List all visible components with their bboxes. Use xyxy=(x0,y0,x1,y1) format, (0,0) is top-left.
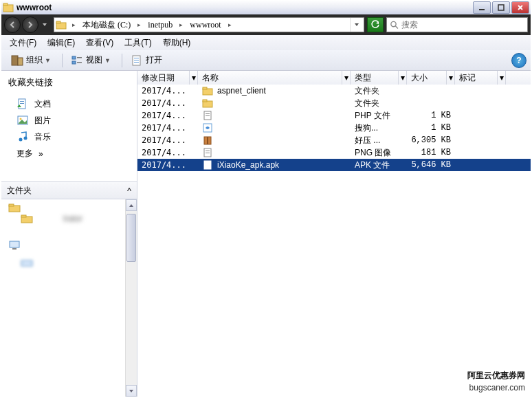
search-icon xyxy=(390,20,399,30)
cell-size: 181 KB xyxy=(407,148,455,157)
cell-date: 2017/4... xyxy=(137,123,198,133)
favorites-title: 收藏夹链接 xyxy=(8,76,130,89)
organize-button[interactable]: 组织▼ xyxy=(7,53,55,68)
cell-name: aspnet_client xyxy=(198,86,351,96)
svg-rect-5 xyxy=(56,21,60,23)
cell-type: 文件夹 xyxy=(351,98,407,109)
breadcrumb-segment[interactable]: inetpub xyxy=(144,18,177,32)
sidebar-item-pictures[interactable]: 图片 xyxy=(8,112,130,129)
cell-type: PNG 图像 xyxy=(351,147,407,159)
svg-rect-19 xyxy=(20,103,24,104)
minimize-button[interactable] xyxy=(473,1,491,14)
menu-help[interactable]: 帮助(H) xyxy=(157,36,197,50)
svg-point-22 xyxy=(19,138,23,142)
help-button[interactable]: ? xyxy=(511,53,527,68)
file-row[interactable]: 2017/4...搜狗...1 KB xyxy=(137,122,531,134)
cell-date: 2017/4... xyxy=(137,86,198,96)
svg-rect-27 xyxy=(21,215,26,217)
cell-date: 2017/4... xyxy=(137,135,198,145)
svg-rect-10 xyxy=(72,61,76,64)
chevron-icon[interactable]: ▸ xyxy=(69,21,78,28)
explorer-window: wwwroot ▸ 本地磁盘 (C:) ▸ inetpub ▸ wwwroot … xyxy=(0,0,532,398)
search-input[interactable] xyxy=(401,20,524,30)
favorites-section: 收藏夹链接 文档 图片 音乐 更多 » xyxy=(1,71,137,168)
column-tag[interactable]: 标记▾ xyxy=(455,71,506,85)
chevron-icon[interactable]: ▸ xyxy=(225,21,234,28)
svg-rect-7 xyxy=(12,56,18,65)
menu-tools[interactable]: 工具(T) xyxy=(119,36,157,50)
back-button[interactable] xyxy=(4,16,21,33)
chevron-down-icon[interactable]: ▾ xyxy=(342,71,350,85)
column-date[interactable]: 修改日期▾ xyxy=(137,71,198,85)
close-button[interactable] xyxy=(511,1,529,14)
history-dropdown[interactable] xyxy=(40,17,49,32)
breadcrumb-segment[interactable]: wwwroot xyxy=(186,18,225,32)
scrollbar-vertical[interactable] xyxy=(125,199,137,397)
search-box[interactable] xyxy=(386,17,528,32)
address-bar[interactable]: ▸ 本地磁盘 (C:) ▸ inetpub ▸ wwwroot ▸ xyxy=(54,17,364,32)
chevron-down-icon[interactable]: ▾ xyxy=(189,71,197,85)
menu-file[interactable]: 文件(F) xyxy=(4,36,42,50)
folder-icon xyxy=(3,2,14,13)
body: 收藏夹链接 文档 图片 音乐 更多 » 文件夹 xyxy=(1,71,531,397)
cell-date: 2017/4... xyxy=(137,148,198,157)
cell-type: PHP 文件 xyxy=(351,110,407,122)
cell-type: 文件夹 xyxy=(351,85,407,97)
file-row[interactable]: 2017/4...文件夹 xyxy=(137,97,531,109)
svg-rect-36 xyxy=(206,113,210,114)
file-row[interactable]: 2017/4...iXiaoKe_apk.apkAPK 文件5,646 KB xyxy=(137,159,531,171)
chevron-down-icon[interactable]: ▾ xyxy=(446,71,454,85)
files-area[interactable]: 2017/4...aspnet_client文件夹2017/4...文件夹201… xyxy=(137,85,531,397)
svg-point-6 xyxy=(391,21,396,26)
sidebar-item-music[interactable]: 音乐 xyxy=(8,129,130,145)
scroll-thumb[interactable] xyxy=(126,214,136,262)
column-name[interactable]: 名称▾ xyxy=(198,71,351,85)
maximize-button[interactable] xyxy=(492,1,510,14)
folders-header[interactable]: 文件夹 ^ xyxy=(1,181,137,199)
address-dropdown[interactable] xyxy=(350,18,362,32)
separator xyxy=(62,54,63,67)
folder-tree[interactable]: trator xyxy=(1,199,137,397)
views-button[interactable]: 视图▼ xyxy=(67,53,115,68)
chevron-down-icon: ▼ xyxy=(104,57,111,64)
svg-rect-45 xyxy=(206,163,210,164)
svg-rect-34 xyxy=(203,100,207,102)
watermark: 阿里云优惠券网 bugscaner.com xyxy=(467,369,525,394)
file-row[interactable]: 2017/4...好压 ...6,305 KB xyxy=(137,134,531,146)
menu-edit[interactable]: 编辑(E) xyxy=(42,36,80,50)
svg-rect-37 xyxy=(206,115,210,116)
music-icon xyxy=(16,131,29,143)
svg-rect-25 xyxy=(9,204,14,206)
file-row[interactable]: 2017/4...aspnet_client文件夹 xyxy=(137,85,531,97)
forward-button[interactable] xyxy=(22,16,38,33)
svg-rect-28 xyxy=(10,241,19,247)
column-type[interactable]: 类型▾ xyxy=(351,71,407,85)
file-row[interactable]: 2017/4...PNG 图像181 KB xyxy=(137,146,531,159)
chevron-up-icon: ^ xyxy=(127,186,131,196)
cell-type: APK 文件 xyxy=(351,159,407,171)
chevron-icon[interactable]: ▸ xyxy=(177,21,186,28)
menu-view[interactable]: 查看(V) xyxy=(80,36,119,50)
scroll-up-button[interactable] xyxy=(126,199,137,211)
chevron-down-icon[interactable]: ▾ xyxy=(398,71,406,85)
column-size[interactable]: 大小▾ xyxy=(407,71,455,85)
refresh-button[interactable] xyxy=(367,17,384,32)
menu-bar: 文件(F) 编辑(E) 查看(V) 工具(T) 帮助(H) xyxy=(1,35,531,50)
chevron-icon[interactable]: ▸ xyxy=(135,21,144,28)
cell-name xyxy=(198,111,351,120)
svg-rect-30 xyxy=(21,261,32,266)
sidebar-more[interactable]: 更多 » xyxy=(8,145,130,162)
left-pane: 收藏夹链接 文档 图片 音乐 更多 » 文件夹 xyxy=(1,71,137,397)
file-row[interactable]: 2017/4...PHP 文件1 KB xyxy=(137,109,531,122)
breadcrumb-segment[interactable]: 本地磁盘 (C:) xyxy=(78,18,135,32)
chevron-down-icon[interactable]: ▾ xyxy=(497,71,505,85)
open-button[interactable]: 打开 xyxy=(126,53,166,68)
scroll-track[interactable] xyxy=(126,211,137,385)
cell-name xyxy=(198,98,351,108)
open-icon xyxy=(131,54,143,67)
toolbar: 组织▼ 视图▼ 打开 ? xyxy=(1,50,531,71)
sidebar-item-documents[interactable]: 文档 xyxy=(8,96,130,112)
drive-icon xyxy=(21,258,33,267)
titlebar[interactable]: wwwroot xyxy=(1,0,531,14)
scroll-down-button[interactable] xyxy=(126,385,137,397)
